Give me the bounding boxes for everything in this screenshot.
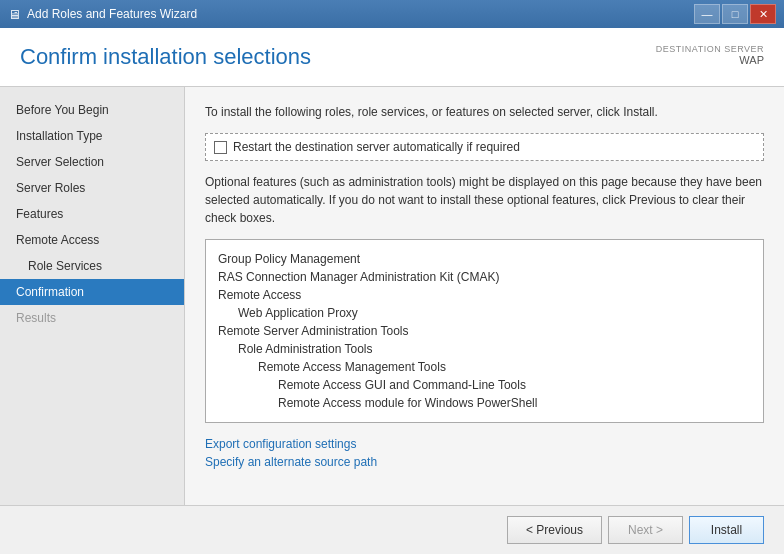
- page-title: Confirm installation selections: [20, 44, 311, 70]
- sidebar-item-server-selection[interactable]: Server Selection: [0, 149, 184, 175]
- list-item: Remote Access GUI and Command-Line Tools: [218, 376, 751, 394]
- list-item: Group Policy Management: [218, 250, 751, 268]
- list-item: Role Administration Tools: [218, 340, 751, 358]
- features-list: Group Policy ManagementRAS Connection Ma…: [205, 239, 764, 423]
- link-export-config[interactable]: Export configuration settings: [205, 437, 764, 451]
- install-button[interactable]: Install: [689, 516, 764, 544]
- window-controls: — □ ✕: [694, 4, 776, 24]
- list-item: Web Application Proxy: [218, 304, 751, 322]
- restart-checkbox[interactable]: [214, 141, 227, 154]
- next-button[interactable]: Next >: [608, 516, 683, 544]
- destination-value: WAP: [656, 54, 764, 66]
- list-item: Remote Access Management Tools: [218, 358, 751, 376]
- main-content: To install the following roles, role ser…: [185, 87, 784, 505]
- dialog-footer: < Previous Next > Install: [0, 505, 784, 554]
- destination-label: DESTINATION SERVER: [656, 44, 764, 54]
- sidebar-item-role-services[interactable]: Role Services: [0, 253, 184, 279]
- optional-text: Optional features (such as administratio…: [205, 173, 764, 227]
- sidebar-item-features[interactable]: Features: [0, 201, 184, 227]
- destination-server-info: DESTINATION SERVER WAP: [656, 44, 764, 66]
- dialog-body: Before You BeginInstallation TypeServer …: [0, 87, 784, 505]
- list-item: Remote Access module for Windows PowerSh…: [218, 394, 751, 412]
- dialog-header: Confirm installation selections DESTINAT…: [0, 28, 784, 87]
- sidebar-item-installation-type[interactable]: Installation Type: [0, 123, 184, 149]
- sidebar-item-server-roles[interactable]: Server Roles: [0, 175, 184, 201]
- minimize-button[interactable]: —: [694, 4, 720, 24]
- sidebar-item-before-you-begin[interactable]: Before You Begin: [0, 97, 184, 123]
- app-icon: 🖥: [8, 7, 21, 22]
- sidebar-item-remote-access[interactable]: Remote Access: [0, 227, 184, 253]
- footer-buttons: < Previous Next > Install: [507, 516, 764, 544]
- main-dialog: Confirm installation selections DESTINAT…: [0, 28, 784, 554]
- sidebar: Before You BeginInstallation TypeServer …: [0, 87, 185, 505]
- restart-checkbox-row[interactable]: Restart the destination server automatic…: [205, 133, 764, 161]
- link-alternate-source[interactable]: Specify an alternate source path: [205, 455, 764, 469]
- maximize-button[interactable]: □: [722, 4, 748, 24]
- title-bar-title: Add Roles and Features Wizard: [27, 7, 197, 21]
- restart-checkbox-label: Restart the destination server automatic…: [233, 140, 520, 154]
- previous-button[interactable]: < Previous: [507, 516, 602, 544]
- sidebar-item-results: Results: [0, 305, 184, 331]
- links-section: Export configuration settingsSpecify an …: [205, 437, 764, 469]
- intro-text: To install the following roles, role ser…: [205, 103, 764, 121]
- list-item: Remote Server Administration Tools: [218, 322, 751, 340]
- list-item: RAS Connection Manager Administration Ki…: [218, 268, 751, 286]
- list-item: Remote Access: [218, 286, 751, 304]
- title-bar: 🖥 Add Roles and Features Wizard — □ ✕: [0, 0, 784, 28]
- sidebar-item-confirmation[interactable]: Confirmation: [0, 279, 184, 305]
- close-button[interactable]: ✕: [750, 4, 776, 24]
